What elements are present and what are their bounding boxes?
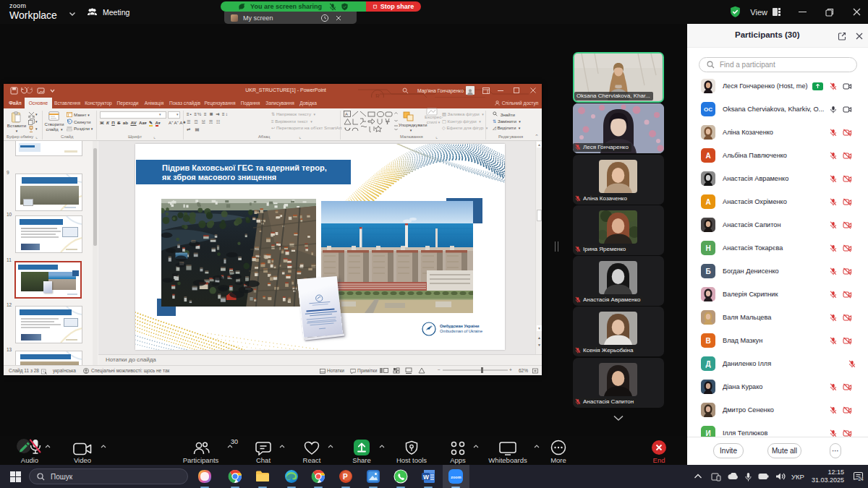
svg-text:24: 24 [858, 476, 864, 481]
svg-text:P: P [343, 473, 348, 481]
svg-text:zoom: zoom [451, 475, 461, 479]
svg-text:W: W [423, 474, 430, 481]
svg-text:A: A [345, 112, 348, 116]
